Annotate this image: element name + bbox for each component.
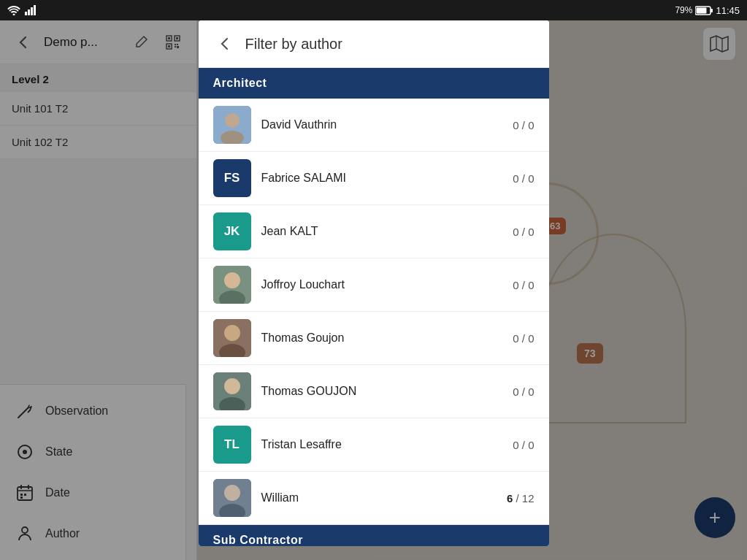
author-avatar-jl xyxy=(213,266,251,304)
author-avatar-fs: FS xyxy=(213,159,251,197)
author-name-tgj: Thomas GOUJON xyxy=(261,385,503,398)
avatar-photo-jl xyxy=(213,266,251,304)
author-row-jean-kalt[interactable]: JK Jean KALT 0 / 0 xyxy=(199,205,549,258)
filter-by-author-modal: Filter by author Architect David Vauthri… xyxy=(199,20,549,546)
svg-rect-1 xyxy=(28,9,30,15)
author-count-jk: 0 / 0 xyxy=(513,226,534,238)
author-row-joffroy-louchart[interactable]: Joffroy Louchart 0 / 0 xyxy=(199,258,549,312)
modal-header: Filter by author xyxy=(199,20,549,68)
svg-point-43 xyxy=(224,485,240,501)
svg-rect-3 xyxy=(34,5,36,15)
author-name-w: William xyxy=(261,491,497,505)
author-name-fs: Fabrice SALAMI xyxy=(261,172,503,185)
author-avatar-dv xyxy=(213,106,251,144)
svg-point-40 xyxy=(224,378,240,394)
author-row-fabrice-salami[interactable]: FS Fabrice SALAMI 0 / 0 xyxy=(199,152,549,205)
svg-rect-5 xyxy=(710,9,713,12)
author-name-jl: Joffroy Louchart xyxy=(261,278,503,291)
battery-percent: 79% xyxy=(675,5,692,15)
author-name-tl: Tristan Lesaffre xyxy=(261,438,503,451)
author-row-david-vauthrin[interactable]: David Vauthrin 0 / 0 xyxy=(199,99,549,152)
avatar-photo-tgj xyxy=(213,372,251,410)
status-icons-left xyxy=(7,5,37,15)
modal-title: Filter by author xyxy=(245,36,342,53)
section-architect: Architect xyxy=(199,68,549,99)
author-count-jl: 0 / 0 xyxy=(513,279,534,291)
author-count-tl: 0 / 0 xyxy=(513,439,534,451)
author-row-tristan-lesaffre[interactable]: TL Tristan Lesaffre 0 / 0 xyxy=(199,418,549,472)
author-count-tgj: 0 / 0 xyxy=(513,386,534,398)
author-name-dv: David Vauthrin xyxy=(261,118,503,131)
author-name-tg: Thomas Goujon xyxy=(261,331,503,345)
author-name-jk: Jean KALT xyxy=(261,225,503,238)
battery-icon xyxy=(695,6,713,15)
author-count-fs: 0 / 0 xyxy=(513,172,534,185)
author-avatar-jk: JK xyxy=(213,212,251,250)
author-avatar-tl: TL xyxy=(213,426,251,464)
status-bar: 79% 11:45 xyxy=(0,0,747,20)
signal-icon xyxy=(25,5,37,15)
author-count-dv: 0 / 0 xyxy=(513,119,534,131)
svg-point-34 xyxy=(224,272,240,288)
author-avatar-tgj xyxy=(213,372,251,410)
modal-back-icon xyxy=(217,36,233,52)
wifi-icon xyxy=(7,5,20,15)
section-sub-contractor: Sub Contractor xyxy=(199,525,549,546)
svg-rect-6 xyxy=(697,7,707,13)
modal-back-button[interactable] xyxy=(213,32,237,55)
author-row-william[interactable]: William 6 / 12 xyxy=(199,472,549,525)
modal-body[interactable]: Architect David Vauthrin 0 / 0 xyxy=(199,68,549,546)
author-count-w: 6 / 12 xyxy=(507,492,535,505)
avatar-photo-tg xyxy=(213,319,251,357)
svg-point-37 xyxy=(224,325,240,341)
svg-rect-0 xyxy=(25,12,27,15)
author-avatar-tg xyxy=(213,319,251,357)
svg-point-31 xyxy=(225,113,240,128)
avatar-photo-w xyxy=(213,479,251,517)
modal-overlay: Filter by author Architect David Vauthri… xyxy=(0,0,747,560)
svg-rect-2 xyxy=(31,7,33,15)
author-row-thomas-goujon-2[interactable]: Thomas GOUJON 0 / 0 xyxy=(199,365,549,418)
author-avatar-w xyxy=(213,479,251,517)
battery-status: 79% 11:45 xyxy=(675,5,740,16)
time-display: 11:45 xyxy=(716,5,740,16)
author-row-thomas-goujon[interactable]: Thomas Goujon 0 / 0 xyxy=(199,312,549,365)
author-count-tg: 0 / 0 xyxy=(513,332,534,345)
avatar-photo-dv xyxy=(213,106,251,144)
